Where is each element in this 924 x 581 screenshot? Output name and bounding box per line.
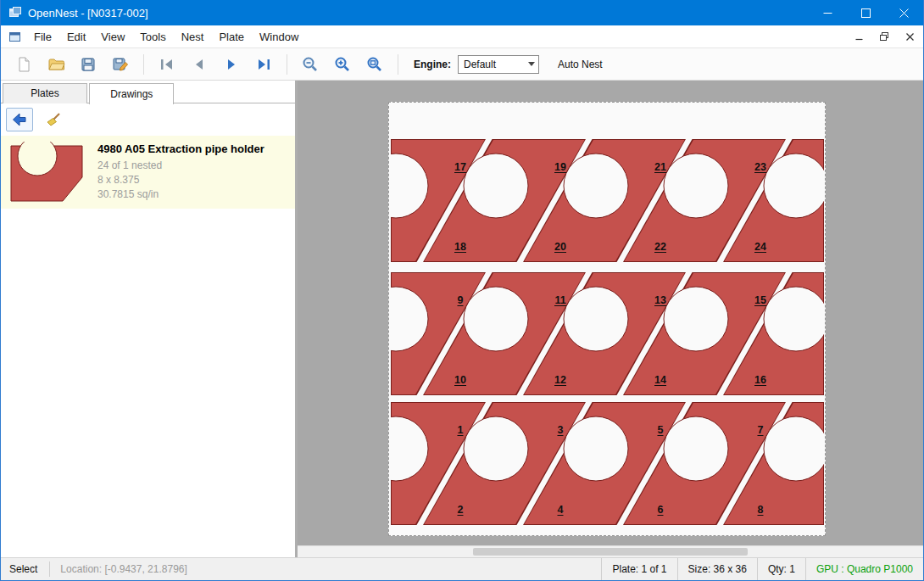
- mdi-minimize-button[interactable]: [847, 27, 871, 46]
- status-plate: Plate: 1 of 1: [601, 558, 676, 580]
- canvas-horizontal-scrollbar[interactable]: [298, 545, 923, 557]
- mdi-close-button[interactable]: [898, 27, 921, 46]
- part-number-link[interactable]: 23: [754, 161, 766, 173]
- floppy-pencil-icon: [112, 56, 130, 73]
- zoom-out-button[interactable]: [296, 52, 325, 77]
- part-number-link[interactable]: 17: [454, 161, 466, 173]
- drawings-toolbar: [1, 103, 295, 136]
- title-bar[interactable]: OpenNest - [N0317-002]: [1, 0, 923, 25]
- menu-bar: File Edit View Tools Nest Plate Window: [1, 25, 923, 48]
- part-thumbnail: [8, 141, 86, 204]
- menu-nest[interactable]: Nest: [174, 26, 212, 47]
- part-number-link[interactable]: 11: [554, 294, 565, 306]
- send-to-plate-button[interactable]: [6, 108, 33, 131]
- status-bar: Select Location: [-0.9437, 21.8796] Plat…: [1, 557, 923, 580]
- magnifier-minus-icon: [302, 56, 319, 73]
- part-number-link[interactable]: 20: [554, 241, 566, 253]
- part-number-link[interactable]: 5: [658, 424, 664, 436]
- part-number-link[interactable]: 4: [558, 504, 564, 516]
- zoom-fit-button[interactable]: [360, 52, 389, 77]
- plate[interactable]: 171921231820222491113151012141613572468: [388, 102, 826, 536]
- menu-edit[interactable]: Edit: [59, 26, 93, 47]
- blue-left-arrow-icon: [11, 111, 28, 128]
- part-number-link[interactable]: 9: [458, 294, 464, 306]
- arrow-right-icon: [223, 57, 240, 72]
- tab-plates[interactable]: Plates: [3, 83, 87, 103]
- engine-select[interactable]: Default: [458, 55, 539, 74]
- part-number-link[interactable]: 6: [658, 504, 664, 516]
- menu-file[interactable]: File: [26, 26, 59, 47]
- engine-selected-value: Default: [459, 59, 524, 70]
- nesting-canvas[interactable]: 171921231820222491113151012141613572468: [298, 81, 923, 557]
- mdi-restore-button[interactable]: [872, 27, 896, 46]
- skip-to-last-icon: [255, 57, 272, 72]
- part-number-link[interactable]: 16: [754, 374, 766, 386]
- nested-parts-drawing[interactable]: 171921231820222491113151012141613572468: [389, 103, 825, 535]
- tab-drawings[interactable]: Drawings: [89, 83, 174, 104]
- menu-plate[interactable]: Plate: [211, 26, 252, 47]
- toolbar-separator: [143, 54, 144, 75]
- part-number-link[interactable]: 14: [654, 374, 666, 386]
- folder-icon: [47, 56, 65, 73]
- part-number-link[interactable]: 13: [654, 294, 666, 306]
- status-mode: Select: [1, 563, 49, 575]
- part-number-link[interactable]: 12: [554, 374, 566, 386]
- drawing-area: 30.7815 sq/in: [97, 187, 264, 202]
- chevron-down-icon[interactable]: [524, 56, 538, 73]
- part-number-link[interactable]: 24: [754, 241, 766, 253]
- blank-page-icon: [15, 56, 32, 73]
- main-area: Plates Drawings: [1, 81, 923, 557]
- part-number-link[interactable]: 1: [458, 424, 464, 436]
- status-size: Size: 36 x 36: [677, 558, 757, 580]
- clean-button[interactable]: [40, 108, 67, 131]
- skip-to-first-icon: [159, 57, 175, 72]
- part-number-link[interactable]: 21: [654, 161, 666, 173]
- part-number-link[interactable]: 22: [654, 241, 666, 253]
- part-number-link[interactable]: 2: [458, 504, 464, 516]
- broom-icon: [45, 111, 62, 128]
- arrow-left-icon: [191, 57, 208, 72]
- close-button[interactable]: [885, 0, 923, 25]
- part-number-link[interactable]: 3: [558, 424, 564, 436]
- magnifier-plus-icon: [334, 56, 351, 73]
- drawing-info: 4980 A05 Extraction pipe holder 24 of 1 …: [97, 142, 264, 202]
- next-plate-button[interactable]: [217, 52, 246, 77]
- part-number-link[interactable]: 8: [758, 504, 764, 516]
- menu-view[interactable]: View: [93, 26, 132, 47]
- menu-tools[interactable]: Tools: [132, 26, 173, 47]
- status-gpu: GPU : Quadro P1000: [805, 558, 923, 580]
- drawing-nested-count: 24 of 1 nested: [97, 159, 264, 173]
- part-number-link[interactable]: 19: [554, 161, 566, 173]
- drawing-list-item[interactable]: 4980 A05 Extraction pipe holder 24 of 1 …: [1, 136, 295, 209]
- previous-plate-button[interactable]: [185, 52, 214, 77]
- part-number-link[interactable]: 15: [754, 294, 766, 306]
- save-button[interactable]: [74, 52, 103, 77]
- part-number-link[interactable]: 7: [758, 424, 764, 436]
- save-as-button[interactable]: [106, 52, 135, 77]
- zoom-in-button[interactable]: [328, 52, 357, 77]
- left-panel: Plates Drawings: [1, 81, 298, 557]
- drawing-title: 4980 A05 Extraction pipe holder: [97, 142, 264, 155]
- part-shape-icon: [9, 142, 84, 203]
- panel-tabs: Plates Drawings: [1, 81, 295, 103]
- last-plate-button[interactable]: [249, 52, 278, 77]
- toolbar-separator: [398, 54, 398, 75]
- drawing-size: 8 x 8.375: [97, 173, 264, 187]
- part-number-link[interactable]: 10: [454, 374, 466, 386]
- first-plate-button[interactable]: [153, 52, 181, 77]
- status-qty: Qty: 1: [757, 558, 805, 580]
- minimize-button[interactable]: [809, 0, 847, 25]
- scrollbar-thumb[interactable]: [473, 548, 749, 556]
- open-button[interactable]: [42, 52, 70, 77]
- maximize-button[interactable]: [847, 0, 885, 25]
- menu-window[interactable]: Window: [252, 26, 306, 47]
- app-window: OpenNest - [N0317-002] File Edit View To…: [0, 0, 924, 581]
- new-button[interactable]: [9, 52, 38, 77]
- drawings-list-empty-area: [1, 209, 295, 557]
- floppy-icon: [80, 56, 97, 73]
- auto-nest-button[interactable]: Auto Nest: [558, 59, 603, 70]
- status-location: Location: [-0.9437, 21.8796]: [50, 563, 197, 575]
- window-title: OpenNest - [N0317-002]: [28, 7, 148, 20]
- part-number-link[interactable]: 18: [454, 241, 466, 253]
- engine-label: Engine:: [414, 59, 451, 70]
